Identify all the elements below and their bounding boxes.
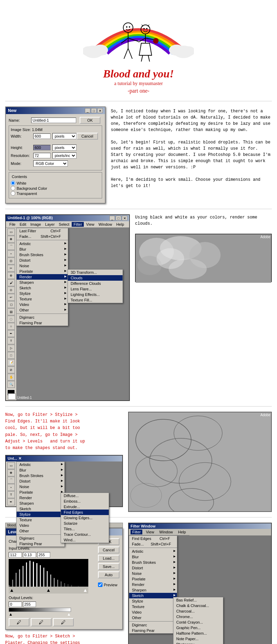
ps-maximize-button[interactable]: □	[116, 216, 121, 221]
tool-s6[interactable]: ✒	[7, 498, 15, 505]
menu2-sharpen[interactable]: Sharpen	[17, 501, 64, 506]
eyedropper-black[interactable]: 🖊	[9, 618, 29, 626]
tool-brush[interactable]: 🖌	[7, 279, 15, 286]
maximize-button[interactable]: □	[91, 108, 97, 113]
levels-auto-button[interactable]: Auto	[98, 571, 119, 578]
menu2-pixelate[interactable]: Pixelate	[17, 489, 64, 495]
radio-bg[interactable]	[11, 186, 15, 190]
sub-graphic-pen[interactable]: Graphic Pen...	[173, 625, 223, 631]
name-input[interactable]	[31, 118, 76, 123]
menu2-other[interactable]: Other	[17, 528, 64, 534]
menu-edit[interactable]: Edit	[18, 222, 28, 227]
menu-select[interactable]: Select	[57, 222, 71, 227]
sketch-other[interactable]: Other	[129, 615, 177, 620]
menu-lens-flare[interactable]: Lens Flare...	[68, 286, 123, 292]
levels-black-point[interactable]: ▲	[9, 587, 14, 593]
menu-window[interactable]: Window	[97, 222, 114, 227]
output-black-point[interactable]: ▲	[9, 612, 13, 617]
eyedropper-gray[interactable]: 🖊	[31, 618, 52, 626]
sketch-sketch[interactable]: Sketch	[129, 593, 177, 598]
menu-texture-fill[interactable]: Texture Fill...	[68, 297, 123, 303]
tool-eyedropper[interactable]: ⊘	[7, 366, 15, 373]
sub-wind[interactable]: Wind...	[61, 537, 109, 543]
menu-digimarc[interactable]: Digimarc	[17, 315, 68, 320]
menu-stylize[interactable]: Stylize	[17, 291, 68, 296]
sub-chalk-charcoal[interactable]: Chalk & Charcoal...	[173, 603, 223, 608]
menu-filter[interactable]: Filter	[72, 222, 83, 227]
levels-input-2[interactable]	[23, 552, 36, 558]
menu-noise[interactable]: Noise	[17, 263, 68, 269]
menu-artistic[interactable]: Artistic	[17, 241, 68, 246]
radio-white[interactable]	[11, 181, 15, 185]
ps-close-button[interactable]: ✕	[122, 216, 127, 221]
menu-flaming-pear[interactable]: Flaming Pear	[17, 320, 68, 326]
sub-diffuse[interactable]: Diffuse...	[61, 493, 109, 498]
ps-minimize-button[interactable]: _	[109, 216, 115, 221]
sub-find-edges[interactable]: Find Edges	[61, 510, 109, 515]
menu-render[interactable]: Render	[17, 274, 68, 280]
menu2-brush-strokes[interactable]: Brush Strokes	[17, 473, 64, 478]
sketch-artistic[interactable]: Artistic	[129, 549, 177, 554]
tool-eraser[interactable]: ◻	[7, 301, 15, 308]
tool-history[interactable]: ↩	[7, 294, 15, 301]
minimize-button[interactable]: _	[85, 108, 90, 113]
menu-distort[interactable]: Distort	[17, 258, 68, 263]
sub-solarize[interactable]: Solarize	[61, 521, 109, 526]
width-input[interactable]	[33, 133, 51, 139]
tool-blur[interactable]: ◌	[7, 316, 15, 323]
levels-preview-checkbox[interactable]	[98, 582, 102, 587]
menu-blur[interactable]: Blur	[17, 246, 68, 252]
menu2-blur[interactable]: Blur	[17, 467, 64, 473]
width-unit-select[interactable]: pixels	[52, 133, 77, 139]
menu-texture[interactable]: Texture	[17, 296, 68, 302]
menu-sharpen[interactable]: Sharpen	[17, 280, 68, 285]
tool-s3[interactable]: ⌒	[7, 477, 15, 484]
sub-bas-relief[interactable]: Bas Relief...	[173, 597, 223, 603]
menu-sketch[interactable]: Sketch	[17, 285, 68, 291]
menu-layer[interactable]: Layer	[43, 222, 56, 227]
sketch-brush-strokes[interactable]: Brush Strokes	[129, 560, 177, 565]
menu-3d-transform[interactable]: 3D Transform...	[68, 270, 123, 275]
tool-gradient[interactable]: ▤	[7, 308, 15, 315]
menu-file[interactable]: File	[8, 222, 17, 227]
ok-button[interactable]: OK	[80, 117, 100, 124]
sketch-digimarc[interactable]: Digimarc	[129, 622, 177, 628]
tool-s1[interactable]: ▭	[7, 462, 15, 469]
eyedropper-white[interactable]: 🖊	[53, 618, 74, 626]
menu-fade[interactable]: Fade... Shift+Ctrl+F	[17, 234, 68, 239]
tool-marquee[interactable]: ▭	[7, 228, 15, 235]
sub-glowing-edges[interactable]: Glowing Edges...	[61, 515, 109, 521]
bg-color-swatch[interactable]	[8, 393, 16, 400]
menu2-artistic[interactable]: Artistic	[17, 462, 64, 467]
height-unit-select[interactable]: pixels	[52, 144, 77, 151]
radio-transparent[interactable]	[11, 191, 15, 196]
sub-tiles[interactable]: Tiles...	[61, 526, 109, 532]
sub-emboss[interactable]: Emboss...	[61, 498, 109, 504]
tool-dodge[interactable]: ○	[7, 323, 15, 330]
sub-halftone-pattern[interactable]: Halftone Pattern...	[173, 631, 223, 636]
sketch-menu-help[interactable]: Help	[176, 530, 188, 534]
sub-chrome[interactable]: Chrome...	[173, 614, 223, 619]
menu2-noise[interactable]: Noise	[17, 484, 64, 489]
tool-s5[interactable]: T	[7, 491, 15, 498]
sketch-stylize[interactable]: Stylize	[129, 598, 177, 604]
levels-load-button[interactable]: Load...	[98, 555, 119, 562]
sub-conte-crayon[interactable]: Conté Crayon...	[173, 619, 223, 625]
sketch-render[interactable]: Render	[129, 582, 177, 587]
sketch-sharpen[interactable]: Sharpen	[129, 587, 177, 593]
mode-select[interactable]: RGB Color	[33, 160, 68, 167]
height-input[interactable]	[33, 145, 51, 150]
sketch-find-edges[interactable]: Find Edges Ctrl+F	[129, 536, 177, 541]
menu-image[interactable]: Image	[29, 222, 43, 227]
levels-output-1[interactable]	[9, 601, 22, 607]
menu2-texture[interactable]: Texture	[17, 517, 64, 523]
menu-last-filter[interactable]: Last Filter Ctrl+F	[17, 228, 68, 234]
menu-difference-clouds[interactable]: Difference Clouds	[68, 281, 123, 286]
tool-type[interactable]: T	[7, 337, 15, 344]
levels-cancel-button[interactable]: Cancel	[98, 547, 119, 553]
sketch-flaming-pear[interactable]: Flaming Pear	[129, 628, 177, 633]
tool-zoom[interactable]: 🔍	[7, 381, 15, 388]
tool-lasso[interactable]: ⌒	[7, 243, 15, 250]
tool-s4[interactable]: ⋆	[7, 484, 15, 491]
sketch-blur[interactable]: Blur	[129, 554, 177, 560]
